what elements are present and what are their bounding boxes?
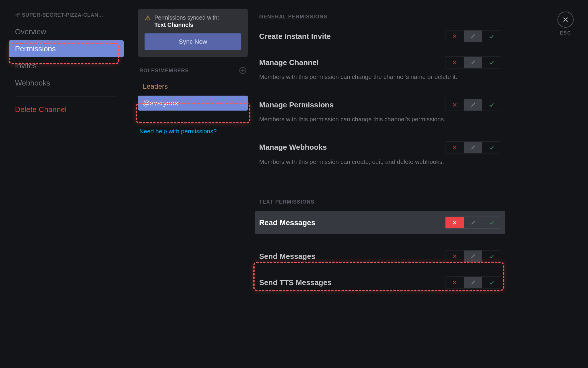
perm-row-send-messages: Send Messages (259, 246, 501, 265)
toggle-allow[interactable] (482, 57, 501, 68)
role-item-leaders[interactable]: Leaders (138, 79, 248, 94)
private-channel-icon (15, 13, 20, 18)
svg-line-23 (471, 255, 475, 258)
toggle-allow[interactable] (482, 217, 501, 228)
nav-delete-channel-label: Delete Channel (15, 105, 67, 114)
toggle-deny[interactable] (445, 142, 464, 153)
perm-title: Manage Webhooks (259, 143, 327, 152)
perm-divider (259, 47, 501, 47)
toggle-neutral[interactable] (464, 251, 482, 262)
perm-title: Manage Permissions (259, 100, 334, 109)
perm-toggle-manage-permissions (445, 99, 501, 111)
perm-divider (259, 134, 501, 134)
perm-row-read-messages: Read Messages (255, 211, 505, 234)
toggle-deny[interactable] (445, 251, 464, 262)
nav-webhooks-label: Webhooks (15, 79, 50, 87)
settings-sidebar: SUPER-SECRET-PIZZA-CLAN... Overview Perm… (9, 9, 124, 118)
toggle-deny[interactable] (445, 57, 464, 68)
svg-point-2 (147, 19, 148, 20)
channel-name-text: SUPER-SECRET-PIZZA-CLAN... (22, 12, 103, 18)
perm-title: Send TTS Messages (259, 278, 331, 287)
close-area: ESC (557, 12, 574, 36)
toggle-deny[interactable] (445, 217, 464, 228)
warning-icon (145, 15, 151, 22)
nav-invites-label: Invites (15, 61, 37, 70)
perm-toggle-send-messages (445, 250, 501, 262)
toggle-neutral[interactable] (464, 217, 482, 228)
svg-line-17 (471, 146, 475, 149)
nav-overview[interactable]: Overview (9, 23, 124, 40)
section-text-permissions: TEXT PERMISSIONS (259, 194, 501, 211)
perm-toggle-manage-channel (445, 56, 501, 69)
perm-row-create-instant-invite: Create Instant Invite (259, 26, 501, 45)
perm-row-manage-permissions: Manage Permissions (259, 95, 501, 113)
perm-desc-manage-webhooks: Members with this permission can create,… (259, 156, 484, 174)
sync-now-button[interactable]: Sync Now (145, 33, 241, 50)
nav-delete-channel[interactable]: Delete Channel (9, 101, 124, 118)
roles-header-text: ROLES/MEMBERS (139, 68, 189, 74)
perm-row-manage-webhooks: Manage Webhooks (259, 137, 501, 156)
perm-toggle-create-instant-invite (445, 30, 501, 42)
perm-toggle-send-tts-messages (445, 276, 501, 289)
toggle-allow[interactable] (482, 251, 501, 262)
role-leaders-label: Leaders (143, 82, 168, 90)
perm-toggle-read-messages (445, 217, 501, 229)
svg-line-8 (471, 35, 475, 38)
roles-header: ROLES/MEMBERS (138, 65, 248, 79)
perm-title: Manage Channel (259, 58, 319, 67)
toggle-neutral[interactable] (464, 277, 482, 288)
perm-title: Send Messages (259, 252, 315, 261)
toggle-allow[interactable] (482, 277, 501, 288)
sidebar-divider (15, 96, 117, 96)
permissions-help-link[interactable]: Need help with permissions? (138, 128, 248, 135)
perm-divider (259, 267, 501, 267)
role-everyone-label: @everyone (143, 99, 178, 107)
perm-toggle-manage-webhooks (445, 141, 501, 153)
section-general-permissions: GENERAL PERMISSIONS (259, 9, 501, 26)
perm-title: Create Instant Invite (259, 32, 331, 41)
perm-divider (259, 91, 501, 91)
perm-row-manage-channel: Manage Channel (259, 52, 501, 71)
svg-rect-0 (18, 13, 20, 15)
permissions-column: GENERAL PERMISSIONS Create Instant Invit… (259, 9, 501, 291)
channel-name-header: SUPER-SECRET-PIZZA-CLAN... (9, 9, 124, 23)
roles-column: Permissions synced with: Text Channels S… (138, 9, 248, 135)
svg-line-14 (471, 103, 475, 107)
toggle-deny[interactable] (445, 99, 464, 111)
sync-card: Permissions synced with: Text Channels S… (138, 9, 248, 57)
toggle-neutral[interactable] (464, 99, 482, 111)
role-item-everyone[interactable]: @everyone (138, 96, 248, 111)
perm-row-send-tts-messages: Send TTS Messages (259, 272, 501, 291)
sync-text: Permissions synced with: Text Channels (154, 14, 219, 28)
toggle-allow[interactable] (482, 142, 501, 153)
close-button[interactable] (557, 12, 574, 28)
toggle-neutral[interactable] (464, 31, 482, 42)
perm-divider (259, 241, 501, 241)
toggle-allow[interactable] (482, 99, 501, 111)
sync-text-line2: Text Channels (154, 22, 219, 28)
sync-text-line1: Permissions synced with: (154, 14, 219, 21)
perm-desc-manage-channel: Members with this permission can change … (259, 71, 484, 89)
toggle-deny[interactable] (445, 31, 464, 42)
svg-line-20 (471, 221, 475, 224)
add-role-button[interactable] (239, 67, 246, 74)
toggle-neutral[interactable] (464, 57, 482, 68)
esc-label: ESC (557, 31, 574, 36)
nav-overview-label: Overview (15, 27, 46, 36)
toggle-neutral[interactable] (464, 142, 482, 153)
toggle-allow[interactable] (482, 31, 501, 42)
svg-line-11 (471, 61, 475, 64)
perm-title: Read Messages (259, 218, 315, 227)
toggle-deny[interactable] (445, 277, 464, 288)
perm-desc-manage-permissions: Members with this permission can change … (259, 113, 484, 131)
nav-webhooks[interactable]: Webhooks (9, 75, 124, 92)
nav-invites[interactable]: Invites (9, 57, 124, 74)
nav-permissions-label: Permissions (15, 44, 56, 53)
nav-permissions[interactable]: Permissions (9, 40, 124, 57)
svg-line-26 (471, 281, 475, 284)
